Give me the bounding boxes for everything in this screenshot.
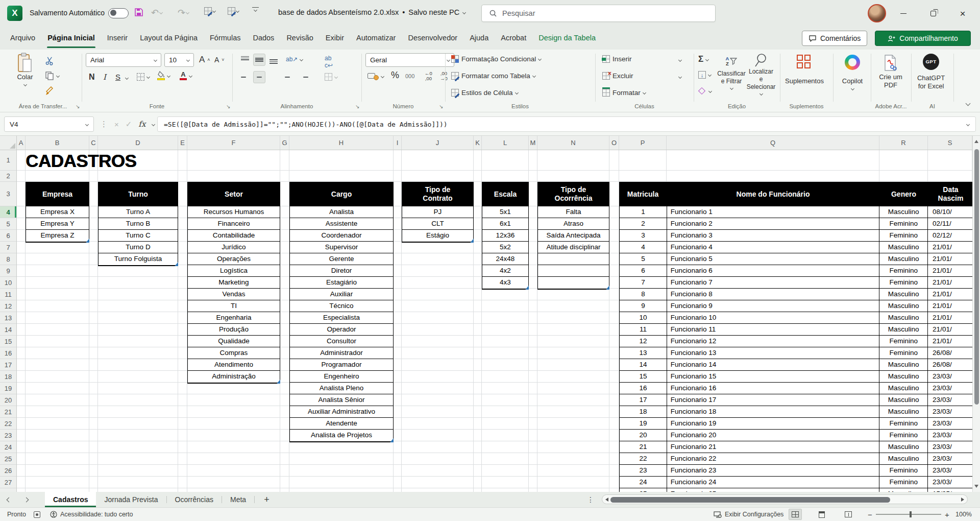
turno-cell[interactable]: Turno Folguista	[99, 253, 178, 265]
chevron-down-icon[interactable]	[850, 87, 854, 90]
scroll-right-icon[interactable]	[961, 498, 964, 502]
funcionario-row[interactable]: 1 Funcionario 1 Masculino 08/10/	[620, 206, 972, 218]
column-header-F[interactable]: F	[187, 136, 280, 150]
cell-matricula[interactable]: 2	[620, 218, 667, 229]
find-select-button[interactable]: Localizar e Selecionar	[747, 53, 775, 95]
tab-overflow-icon[interactable]: ⋮	[587, 492, 594, 507]
fill-button[interactable]: ↓	[698, 71, 711, 79]
zoom-level[interactable]: 100%	[955, 508, 972, 521]
macro-record-button[interactable]	[34, 508, 40, 521]
delete-cells-button[interactable]: Excluir	[602, 72, 633, 80]
escala-cell[interactable]: 5x1	[482, 206, 528, 218]
cell-data-nascimento[interactable]: 23/03/	[928, 465, 972, 476]
cell-nome[interactable]: Funcionario 23	[667, 465, 879, 476]
dialog-launcher-icon[interactable]: ↘	[226, 104, 230, 109]
column-header-B[interactable]: B	[26, 136, 89, 150]
setor-cell[interactable]: Administração	[188, 371, 280, 383]
tipo-contrato-cell[interactable]: Estágio	[402, 230, 473, 242]
cell-matricula[interactable]: 12	[620, 336, 667, 347]
cell-data-nascimento[interactable]: 21/01/	[928, 242, 972, 253]
column-header-O[interactable]: O	[609, 136, 619, 150]
cell-matricula[interactable]: 1	[620, 206, 667, 218]
copy-button[interactable]	[45, 71, 59, 80]
cell-matricula[interactable]: 20	[620, 430, 667, 441]
tab-ajuda[interactable]: Ajuda	[463, 27, 495, 50]
setor-cell[interactable]: Logística	[188, 265, 280, 277]
cell-data-nascimento[interactable]: 26/08/	[928, 347, 972, 359]
funcionario-row[interactable]: 19 Funcionario 19 Feminino 23/03/	[620, 418, 972, 430]
clear-button[interactable]	[699, 88, 712, 93]
cell-nome[interactable]: Funcionario 19	[667, 418, 879, 429]
chevron-down-icon[interactable]	[212, 9, 216, 13]
cell-data-nascimento[interactable]: 23/03/	[928, 418, 972, 429]
setor-cell[interactable]: Compras	[188, 347, 280, 359]
cell-nome[interactable]: Funcionario 15	[667, 371, 879, 382]
conditional-formatting-button[interactable]: Formatação Condicional	[451, 55, 541, 63]
cargo-cell[interactable]: Engenheiro	[290, 371, 393, 383]
chevron-down-icon[interactable]	[966, 122, 970, 126]
cell-matricula[interactable]: 19	[620, 418, 667, 429]
cell-genero[interactable]: Feminino	[879, 230, 928, 241]
cell-genero[interactable]: Feminino	[879, 277, 928, 288]
view-settings-button[interactable]: Exibir Configurações	[714, 508, 783, 521]
vertical-scrollbar-thumb[interactable]	[974, 149, 979, 405]
tab-formulas[interactable]: Fórmulas	[204, 27, 247, 50]
row-header-20[interactable]: 20	[0, 394, 16, 406]
column-header-J[interactable]: J	[402, 136, 474, 150]
cell-genero[interactable]: Feminino	[879, 418, 928, 429]
cut-button[interactable]	[45, 56, 55, 65]
percent-button[interactable]: %	[391, 70, 399, 81]
tipo-ocorrencia-cell[interactable]	[538, 253, 609, 265]
decrease-font-button[interactable]: A˅	[214, 56, 225, 64]
tab-layout-da-pagina[interactable]: Layout da Página	[134, 27, 204, 50]
align-top-button[interactable]	[239, 54, 251, 66]
insert-cells-button[interactable]: Inserir	[602, 55, 632, 63]
escala-cell[interactable]: 4x3	[482, 277, 528, 289]
accounting-format-button[interactable]	[368, 72, 384, 80]
cell-genero[interactable]: Masculino	[879, 300, 928, 312]
cell-data-nascimento[interactable]: 23/03/	[928, 394, 972, 406]
cell-nome[interactable]: Funcionario 12	[667, 336, 879, 347]
cell-genero[interactable]: Masculino	[879, 324, 928, 335]
redo-button[interactable]: ↷	[178, 7, 189, 18]
chevron-down-icon[interactable]	[125, 76, 129, 80]
row-header-10[interactable]: 10	[0, 277, 16, 289]
chevron-down-icon[interactable]	[152, 122, 155, 126]
cell-nome[interactable]: Funcionario 11	[667, 324, 879, 335]
cell-matricula[interactable]: 5	[620, 253, 667, 265]
row-header-11[interactable]: 11	[0, 289, 16, 300]
cell-matricula[interactable]: 23	[620, 465, 667, 476]
tipo-ocorrencia-cell[interactable]	[538, 265, 609, 277]
undo-button[interactable]: ↶	[151, 7, 162, 18]
row-header-15[interactable]: 15	[0, 336, 16, 347]
turno-cell[interactable]: Turno B	[99, 218, 178, 230]
chatgpt-button[interactable]: GPT ChatGPT for Excel	[913, 54, 949, 91]
create-pdf-button[interactable]: Crie um PDF	[874, 55, 908, 90]
row-header-5[interactable]: 5	[0, 218, 16, 230]
setor-cell[interactable]: Recursos Humanos	[188, 206, 280, 218]
funcionario-row[interactable]: 25 Funcionario 25 Masculino 15/05/	[620, 488, 972, 492]
column-header-G[interactable]: G	[280, 136, 289, 150]
cell-genero[interactable]: Feminino	[879, 347, 928, 359]
increase-font-button[interactable]: A˄	[199, 55, 210, 65]
column-header-K[interactable]: K	[474, 136, 482, 150]
cargo-cell[interactable]: Auxiliar Administrativo	[290, 406, 393, 418]
row-header-4[interactable]: 4	[0, 206, 16, 218]
funcionario-row[interactable]: 24 Funcionario 24 Feminino 23/03/	[620, 477, 972, 488]
scroll-up-icon[interactable]	[974, 140, 978, 143]
minimize-button[interactable]	[889, 0, 918, 27]
cell-data-nascimento[interactable]: 23/03/	[928, 383, 972, 394]
row-header-6[interactable]: 6	[0, 230, 16, 242]
cancel-icon[interactable]: ×	[114, 120, 119, 129]
cell-matricula[interactable]: 22	[620, 453, 667, 464]
sheet-tab-jornada-prevista[interactable]: Jornada Prevista	[96, 492, 166, 507]
row-header-19[interactable]: 19	[0, 383, 16, 394]
funcionario-row[interactable]: 5 Funcionario 5 Masculino 21/01/	[620, 253, 972, 265]
tipo-contrato-cell[interactable]: PJ	[402, 206, 473, 218]
empresa-cell[interactable]: Empresa Y	[26, 218, 89, 230]
setor-cell[interactable]: Atendimento	[188, 359, 280, 371]
cell-nome[interactable]: Funcionario 18	[667, 406, 879, 417]
dialog-launcher-icon[interactable]: ↘	[355, 104, 359, 109]
cell-matricula[interactable]: 24	[620, 477, 667, 488]
quick-table-tool-button[interactable]	[204, 7, 215, 15]
